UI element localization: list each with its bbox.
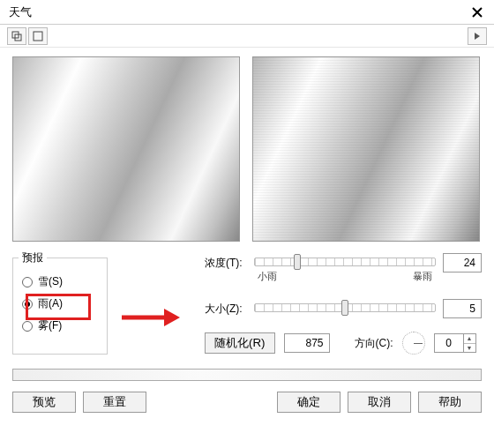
radio-snow[interactable]: 雪(S) (22, 274, 98, 289)
size-label: 大小(Z): (205, 302, 254, 317)
single-window-icon (33, 31, 43, 41)
preview-after (252, 56, 480, 242)
footer: 预览 重置 确定 取消 帮助 (0, 386, 494, 422)
density-max-label: 暴雨 (413, 270, 432, 283)
preview-before (12, 56, 240, 242)
radio-rain[interactable]: 雨(A) (22, 296, 98, 311)
randomize-value[interactable] (284, 333, 330, 353)
single-window-button[interactable] (28, 27, 48, 45)
radio-fog[interactable]: 雾(F) (22, 318, 98, 333)
window-title: 天气 (9, 4, 32, 20)
toolbar (0, 25, 494, 48)
spinner-arrows: ▲ ▼ (463, 334, 475, 352)
randomize-button[interactable]: 随机化(R) (205, 332, 275, 354)
spinner-up[interactable]: ▲ (464, 334, 475, 344)
slider-track (254, 258, 436, 266)
next-button[interactable] (468, 27, 487, 45)
reset-button[interactable]: 重置 (83, 392, 146, 413)
density-min-label: 小雨 (258, 270, 277, 283)
forecast-group: 预报 雪(S) 雨(A) 雾(F) (12, 258, 108, 355)
density-row: 浓度(T): 小雨 暴雨 (205, 252, 482, 273)
direction-dial[interactable] (402, 332, 425, 355)
content-area: 预报 雪(S) 雨(A) 雾(F) 浓度(T): 小雨 (0, 48, 494, 362)
params-panel: 浓度(T): 小雨 暴雨 大小(Z): 随机化(R) (108, 250, 482, 355)
slider-thumb[interactable] (341, 300, 348, 316)
title-bar: 天气 (0, 0, 494, 25)
close-icon (472, 7, 483, 18)
controls-row: 预报 雪(S) 雨(A) 雾(F) 浓度(T): 小雨 (12, 250, 482, 355)
preview-button[interactable]: 预览 (12, 392, 76, 413)
direction-spinner[interactable]: ▲ ▼ (434, 333, 476, 353)
close-button[interactable] (466, 4, 489, 21)
radio-icon (22, 299, 33, 310)
density-input[interactable] (443, 253, 482, 273)
radio-icon (22, 321, 33, 332)
randomize-row: 随机化(R) 方向(C): ▲ ▼ (205, 332, 482, 355)
direction-label: 方向(C): (355, 336, 393, 351)
cancel-button[interactable]: 取消 (348, 392, 411, 413)
size-slider[interactable] (254, 298, 436, 319)
size-row: 大小(Z): (205, 298, 482, 319)
help-button[interactable]: 帮助 (418, 392, 482, 413)
stacked-windows-button[interactable] (7, 27, 26, 45)
density-label: 浓度(T): (205, 256, 254, 271)
spinner-down[interactable]: ▼ (464, 344, 475, 353)
slider-thumb[interactable] (294, 254, 301, 270)
forecast-legend: 预报 (19, 250, 47, 265)
density-slider[interactable]: 小雨 暴雨 (254, 252, 436, 273)
direction-input[interactable] (435, 334, 463, 352)
stacked-windows-icon (11, 31, 22, 41)
svg-rect-2 (34, 32, 42, 41)
radio-label: 雪(S) (38, 274, 63, 289)
radio-label: 雾(F) (38, 318, 62, 333)
progress-strip (12, 369, 482, 381)
radio-label: 雨(A) (38, 296, 63, 311)
radio-icon (22, 277, 33, 287)
preview-row (12, 56, 482, 242)
size-input[interactable] (443, 299, 482, 318)
arrow-right-icon (472, 31, 483, 41)
ok-button[interactable]: 确定 (277, 392, 341, 413)
